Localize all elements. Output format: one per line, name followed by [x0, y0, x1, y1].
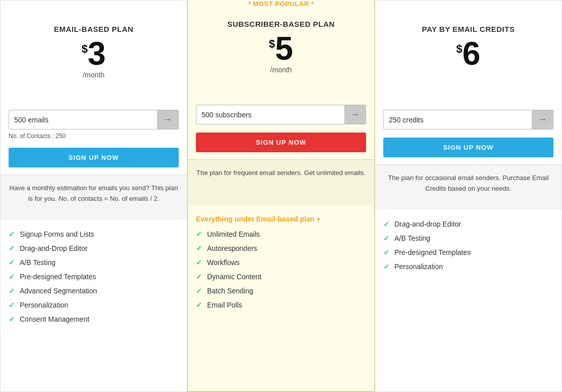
feature-label: Drag-and-Drop Editor [20, 244, 88, 252]
feature-label: A/B Testing [20, 258, 56, 267]
feature-label: Pre-designed Templates [20, 273, 96, 281]
plan-col-pay-by-credits: PAY BY EMAIL CREDITS $ 6 → SIGN UP NOW T… [375, 0, 562, 392]
check-icon: ✓ [383, 248, 389, 256]
feature-label: Workflows [207, 258, 239, 267]
feature-item: ✓ Advanced Segmentation [9, 287, 179, 295]
selector-arrow-btn[interactable]: → [157, 110, 178, 129]
check-icon: ✓ [196, 287, 202, 295]
check-icon: ✓ [383, 263, 389, 271]
check-icon: ✓ [196, 258, 202, 267]
feature-label: Unlimited Emails [207, 230, 260, 238]
plan-header: PAY BY EMAIL CREDITS $ 6 [375, 15, 561, 106]
selector-arrow-btn[interactable]: → [532, 110, 553, 129]
check-icon: ✓ [196, 273, 202, 281]
price-period: /month [270, 66, 292, 74]
check-icon: ✓ [383, 220, 389, 228]
signup-button[interactable]: SIGN UP NOW [383, 138, 553, 157]
feature-item: ✓ Dynamic Content [196, 273, 366, 281]
check-icon: ✓ [9, 315, 15, 323]
check-icon: ✓ [383, 234, 389, 242]
feature-item: ✓ Email Polls [196, 301, 366, 309]
selector-row[interactable]: → [383, 110, 553, 129]
feature-label: Autoresponders [207, 244, 257, 252]
feature-item: ✓ Workflows [196, 258, 366, 267]
feature-label: Advanced Segmentation [20, 287, 97, 295]
price-amount: 3 [88, 37, 106, 70]
feature-label: Dynamic Content [207, 273, 261, 281]
feature-item: ✓ A/B Testing [9, 258, 179, 267]
feature-label: Pre-designed Templates [394, 248, 471, 256]
feature-label: Personalization [20, 301, 68, 309]
feature-item: ✓ Personalization [9, 301, 179, 309]
feature-item: ✓ Drag-and-drop Editor [383, 220, 553, 228]
price-amount: 6 [462, 37, 480, 70]
plan-description: The plan for occasional email senders. P… [375, 164, 561, 210]
selector-input[interactable] [196, 107, 344, 123]
feature-label: Signup Forms and Lists [20, 230, 94, 238]
features-section: Everything under Email-based plan + ✓ Un… [188, 205, 374, 391]
check-icon: ✓ [9, 244, 15, 252]
features-section: ✓ Drag-and-drop Editor ✓ A/B Testing ✓ P… [375, 210, 561, 391]
price-dollar: $ [82, 42, 88, 56]
price-amount: 5 [275, 32, 293, 65]
feature-label: Personalization [394, 263, 443, 271]
plan-price: $ 3 [82, 37, 106, 70]
feature-item: ✓ A/B Testing [383, 234, 553, 242]
price-dollar: $ [269, 37, 275, 51]
feature-label: Consent Management [20, 315, 90, 323]
signup-button[interactable]: SIGN UP NOW [9, 148, 179, 167]
feature-label: Email Polls [207, 301, 242, 309]
feature-label: Batch Sending [207, 287, 253, 295]
plan-title: SUBSCRIBER-BASED PLAN [227, 20, 335, 28]
feature-label: A/B Testing [394, 234, 430, 242]
plan-description: The plan for frequent email senders. Get… [188, 159, 374, 205]
check-icon: ✓ [9, 230, 15, 238]
check-icon: ✓ [196, 244, 202, 252]
plan-col-subscriber-based: * MOST POPULAR * SUBSCRIBER-BASED PLAN $… [187, 0, 375, 392]
check-icon: ✓ [9, 273, 15, 281]
feature-item: ✓ Pre-designed Templates [383, 248, 553, 256]
feature-item: ✓ Signup Forms and Lists [9, 230, 179, 238]
plan-title: PAY BY EMAIL CREDITS [422, 25, 514, 33]
arrow-icon: → [538, 114, 547, 125]
selector-input[interactable] [384, 112, 532, 128]
feature-item: ✓ Unlimited Emails [196, 230, 366, 238]
plan-price: $ 6 [456, 37, 480, 70]
selector-arrow-btn[interactable]: → [344, 105, 366, 124]
check-icon: ✓ [9, 287, 15, 295]
features-section: ✓ Signup Forms and Lists ✓ Drag-and-Drop… [1, 220, 187, 391]
price-period: /month [83, 71, 105, 79]
selector-row[interactable]: → [196, 105, 366, 124]
feature-item: ✓ Batch Sending [196, 287, 366, 295]
selector-row[interactable]: → [9, 110, 179, 129]
features-heading: Everything under Email-based plan + [196, 215, 366, 223]
signup-button[interactable]: SIGN UP NOW [196, 133, 366, 152]
selector-input[interactable] [9, 112, 157, 128]
plan-description: Have a monthly estimation for emails you… [1, 175, 187, 220]
plan-col-email-based: EMAIL-BASED PLAN $ 3 /month → No. of Con… [0, 0, 187, 392]
plan-header: EMAIL-BASED PLAN $ 3 /month [1, 15, 187, 106]
feature-item: ✓ Pre-designed Templates [9, 273, 179, 281]
check-icon: ✓ [9, 258, 15, 267]
plan-title: EMAIL-BASED PLAN [54, 25, 133, 33]
plan-price: $ 5 [269, 32, 293, 65]
check-icon: ✓ [196, 230, 202, 238]
arrow-icon: → [163, 114, 172, 125]
price-dollar: $ [456, 42, 462, 56]
check-icon: ✓ [9, 301, 15, 309]
feature-item: ✓ Consent Management [9, 315, 179, 323]
plan-header: SUBSCRIBER-BASED PLAN $ 5 /month [188, 10, 374, 101]
contacts-label: No. of Contacts : 250 [1, 133, 187, 143]
popular-badge: * MOST POPULAR * [188, 0, 374, 10]
feature-item: ✓ Personalization [383, 263, 553, 271]
arrow-icon: → [350, 109, 359, 120]
feature-item: ✓ Drag-and-Drop Editor [9, 244, 179, 252]
feature-label: Drag-and-drop Editor [394, 220, 461, 228]
feature-item: ✓ Autoresponders [196, 244, 366, 252]
check-icon: ✓ [196, 301, 202, 309]
pricing-container: EMAIL-BASED PLAN $ 3 /month → No. of Con… [0, 0, 562, 392]
